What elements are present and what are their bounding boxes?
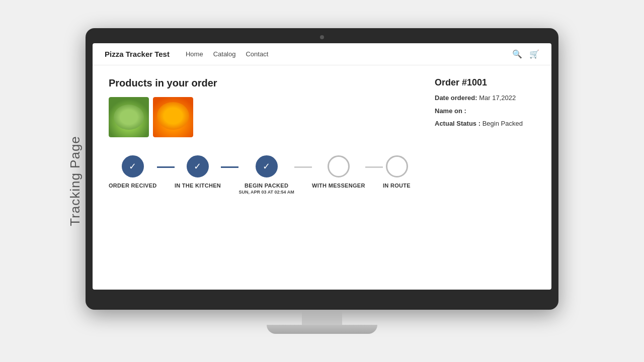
order-date-label: Date ordered:	[435, 94, 477, 102]
step-label-1: ORDER RECIVED	[109, 183, 157, 189]
step-in-kitchen: IN THE KITCHEN	[175, 155, 221, 189]
step-label-3: BEGIN PACKED	[245, 183, 288, 189]
step-circle-4	[328, 155, 350, 177]
tracker-line-3	[294, 166, 312, 168]
checkmark-2	[194, 161, 201, 172]
product-image-salad	[109, 97, 149, 137]
step-in-route: IN ROUTE	[383, 155, 411, 189]
checkmark-1	[129, 161, 136, 172]
monitor-stand	[86, 310, 558, 334]
step-circle-1	[122, 155, 144, 177]
progress-tracker: ORDER RECIVED IN THE KITCHEN	[109, 155, 411, 195]
salad-image	[109, 97, 149, 137]
tracker-line-4	[365, 166, 383, 168]
monitor-bezel: Pizza Tracker Test Home Catalog Contact …	[86, 28, 558, 310]
order-date-row: Date ordered: Mar 17,2022	[435, 93, 535, 103]
step-label-2: IN THE KITCHEN	[175, 183, 221, 189]
step-with-messenger: WITH MESSENGER	[312, 155, 365, 189]
camera-dot	[320, 35, 324, 39]
product-images	[109, 97, 415, 137]
step-sublabel-3: SUN, APR 03 AT 02:54 AM	[238, 190, 294, 195]
order-status-row: Actual Status : Begin Packed	[435, 119, 535, 129]
nav-links: Home Catalog Contact	[186, 50, 512, 58]
nav-contact[interactable]: Contact	[246, 50, 268, 58]
checkmark-3	[263, 161, 270, 172]
left-section: Products in your order	[109, 77, 415, 195]
stand-neck	[302, 310, 342, 325]
order-name-label: Name on :	[435, 107, 466, 115]
page-label: Tracking Page	[67, 136, 83, 226]
product-image-pasta	[153, 97, 193, 137]
search-icon[interactable]: 🔍	[512, 49, 522, 59]
order-title: Order #1001	[435, 77, 535, 88]
step-label-4: WITH MESSENGER	[312, 183, 365, 189]
step-circle-2	[187, 155, 209, 177]
step-begin-packed: BEGIN PACKED SUN, APR 03 AT 02:54 AM	[238, 155, 294, 195]
nav-catalog[interactable]: Catalog	[213, 50, 236, 58]
step-order-received: ORDER RECIVED	[109, 155, 157, 189]
order-date-value: Mar 17,2022	[479, 94, 516, 102]
nav-brand: Pizza Tracker Test	[105, 50, 170, 58]
stand-base	[267, 325, 377, 334]
pasta-image	[153, 97, 193, 137]
nav-icon-group: 🔍 🛒	[512, 49, 539, 59]
screen: Pizza Tracker Test Home Catalog Contact …	[93, 43, 551, 290]
section-title: Products in your order	[109, 77, 415, 89]
monitor-container: Tracking Page Pizza Tracker Test Home Ca…	[86, 28, 558, 334]
step-label-5: IN ROUTE	[383, 183, 411, 189]
cart-icon[interactable]: 🛒	[529, 49, 539, 59]
navigation: Pizza Tracker Test Home Catalog Contact …	[93, 43, 551, 65]
order-status-value: Begin Packed	[482, 120, 523, 127]
order-status-label: Actual Status :	[435, 120, 480, 127]
order-name-row: Name on :	[435, 106, 535, 116]
step-circle-3	[256, 155, 278, 177]
tracker-line-2	[221, 166, 238, 168]
nav-home[interactable]: Home	[186, 50, 203, 58]
step-circle-5	[386, 155, 408, 177]
order-info-panel: Order #1001 Date ordered: Mar 17,2022 Na…	[435, 77, 535, 195]
main-content: Products in your order	[93, 65, 551, 207]
tracker-line-1	[157, 166, 175, 168]
